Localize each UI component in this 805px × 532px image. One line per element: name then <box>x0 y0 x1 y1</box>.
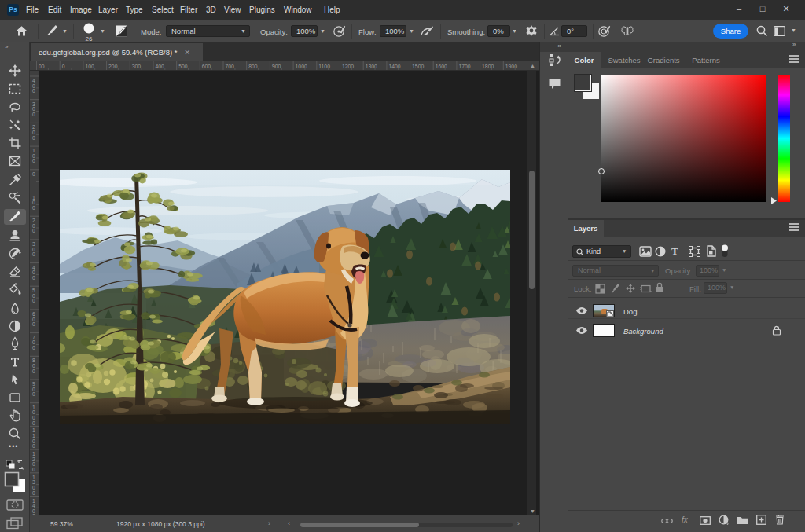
svg-text:0: 0 <box>32 391 35 397</box>
svg-text:500: 500 <box>178 64 188 69</box>
svg-text:0: 0 <box>32 171 35 177</box>
svg-text:0: 0 <box>62 64 65 69</box>
svg-text:0: 0 <box>32 228 35 233</box>
svg-text:700: 700 <box>226 64 235 69</box>
svg-text:0: 0 <box>32 135 35 141</box>
svg-text:0: 0 <box>32 275 35 281</box>
svg-text:1000: 1000 <box>296 64 307 69</box>
svg-text:300: 300 <box>132 64 142 69</box>
svg-text:0: 0 <box>32 158 35 163</box>
svg-text:200: 200 <box>108 64 118 69</box>
svg-text:1700: 1700 <box>458 64 470 69</box>
svg-text:900: 900 <box>272 64 281 69</box>
svg-text:0: 0 <box>32 369 35 374</box>
svg-text:0: 0 <box>32 467 35 472</box>
svg-text:1500: 1500 <box>412 64 424 69</box>
svg-text:00: 00 <box>39 64 45 69</box>
svg-text:0: 0 <box>32 88 35 94</box>
svg-text:0: 0 <box>32 321 35 327</box>
svg-text:1600: 1600 <box>436 64 447 69</box>
svg-text:0: 0 <box>32 298 35 303</box>
svg-text:0: 0 <box>32 251 35 257</box>
svg-text:100: 100 <box>85 64 94 69</box>
svg-text:1900: 1900 <box>505 64 517 69</box>
svg-text:0: 0 <box>32 490 35 496</box>
svg-text:0: 0 <box>32 420 35 426</box>
svg-text:1200: 1200 <box>342 64 354 69</box>
svg-text:600: 600 <box>202 64 211 69</box>
svg-text:0: 0 <box>32 205 35 211</box>
svg-text:400: 400 <box>156 64 165 69</box>
svg-text:1100: 1100 <box>318 64 330 69</box>
svg-text:800: 800 <box>248 64 258 69</box>
svg-text:1800: 1800 <box>482 64 494 69</box>
svg-text:1400: 1400 <box>388 64 400 69</box>
svg-text:1300: 1300 <box>366 64 377 69</box>
svg-text:0: 0 <box>32 112 35 117</box>
svg-text:0: 0 <box>32 345 35 350</box>
svg-text:0: 0 <box>32 443 35 449</box>
